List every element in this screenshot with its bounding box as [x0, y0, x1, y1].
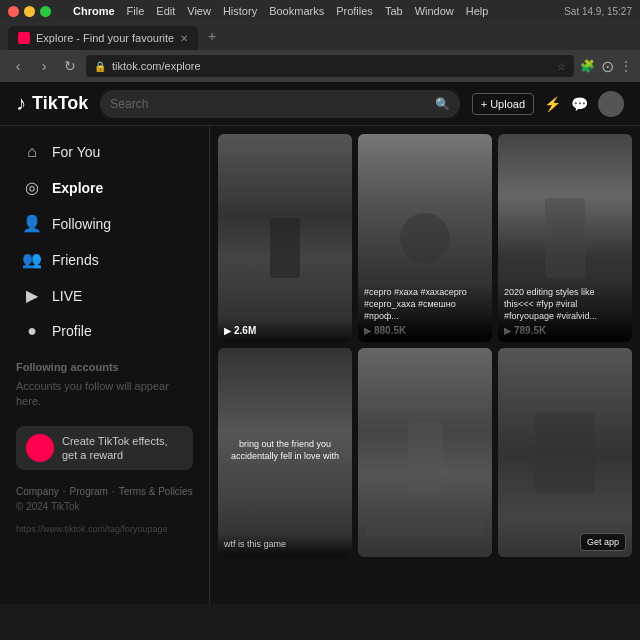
address-text: tiktok.com/explore: [112, 60, 551, 72]
following-accounts-desc: Accounts you follow will appear here.: [0, 377, 209, 418]
create-effects-icon: [26, 434, 54, 462]
macos-titlebar: Chrome File Edit View History Bookmarks …: [0, 0, 640, 22]
sidebar-item-following[interactable]: 👤 Following: [6, 206, 203, 241]
sidebar-footer: Company Program Terms & Policies © 2024 …: [0, 478, 209, 520]
status-url: https://www.tiktok.com/tag/foryoupage: [0, 520, 209, 538]
video-card-4[interactable]: bring out the friend you accidentally fe…: [218, 348, 352, 556]
bookmark-icon[interactable]: ☆: [557, 61, 566, 72]
upload-label: + Upload: [481, 98, 525, 110]
video-grid: ▶ 2.6M ▶ 880.5K: [218, 134, 632, 557]
nav-actions: 🧩 ⊙ ⋮: [580, 57, 632, 76]
macos-clock: Sat 14.9, 15:27: [564, 6, 632, 17]
upload-button[interactable]: + Upload: [472, 93, 534, 115]
tab-close-button[interactable]: ✕: [180, 33, 188, 44]
video-views-1: ▶ 2.6M: [224, 325, 346, 336]
footer-program[interactable]: Program: [70, 486, 115, 497]
sidebar-item-profile[interactable]: ● Profile: [6, 314, 203, 348]
sidebar-label-profile: Profile: [52, 323, 92, 339]
tiktok-logo-text: TikTok: [32, 93, 88, 114]
video-thumb-6: [498, 348, 632, 556]
following-icon: 👤: [22, 214, 42, 233]
menu-file[interactable]: File: [127, 5, 145, 17]
tiktok-logo[interactable]: ♪ TikTok: [16, 92, 88, 115]
following-accounts-title: Following accounts: [0, 349, 209, 377]
traffic-lights[interactable]: [8, 6, 51, 17]
video-desc-3: 2020 editing styles like this<<< #fyp #v…: [498, 283, 632, 342]
back-button[interactable]: ‹: [8, 58, 28, 74]
sidebar-label-for-you: For You: [52, 144, 100, 160]
sidebar-item-friends[interactable]: 👥 Friends: [6, 242, 203, 277]
video-card-5[interactable]: [358, 348, 492, 556]
filter-icon[interactable]: ⚡: [544, 96, 561, 112]
sidebar-label-live: LIVE: [52, 288, 82, 304]
menu-dots[interactable]: ⋮: [620, 59, 632, 73]
minimize-button[interactable]: [24, 6, 35, 17]
menu-tab[interactable]: Tab: [385, 5, 403, 17]
video-desc-4: wtf is this game: [224, 539, 346, 551]
sidebar-item-explore[interactable]: ◎ Explore: [6, 170, 203, 205]
sidebar-item-for-you[interactable]: ⌂ For You: [6, 135, 203, 169]
create-effects-button[interactable]: Create TikTok effects, get a reward: [16, 426, 193, 471]
sidebar-item-live[interactable]: ▶ LIVE: [6, 278, 203, 313]
video-thumb-5: [358, 348, 492, 556]
menu-window[interactable]: Window: [415, 5, 454, 17]
active-tab[interactable]: Explore - Find your favourite ✕: [8, 26, 198, 50]
sidebar-label-friends: Friends: [52, 252, 99, 268]
reload-button[interactable]: ↻: [60, 58, 80, 74]
address-bar[interactable]: 🔒 tiktok.com/explore ☆: [86, 55, 574, 77]
inbox-icon[interactable]: 💬: [571, 96, 588, 112]
maximize-button[interactable]: [40, 6, 51, 17]
play-icon-1: ▶: [224, 326, 231, 336]
tiktok-sidebar: ⌂ For You ◎ Explore 👤 Following 👥 Friend…: [0, 126, 210, 604]
user-avatar[interactable]: [598, 91, 624, 117]
tab-favicon: [18, 32, 30, 44]
menu-view[interactable]: View: [187, 5, 211, 17]
tiktok-main: ⌂ For You ◎ Explore 👤 Following 👥 Friend…: [0, 126, 640, 604]
search-icon: 🔍: [435, 97, 450, 111]
footer-copyright: © 2024 TikTok: [16, 501, 193, 512]
extensions-icon[interactable]: 🧩: [580, 59, 595, 73]
lock-icon: 🔒: [94, 61, 106, 72]
video-desc-2: #серго #хаха #хахасерго #серго_хаха #сме…: [358, 283, 492, 342]
tiktok-app: ♪ TikTok Search 🔍 + Upload ⚡ 💬 ⌂ For You…: [0, 82, 640, 604]
tab-bar: Explore - Find your favourite ✕ +: [0, 22, 640, 50]
tiktok-logo-icon: ♪: [16, 92, 26, 115]
tiktok-topbar: ♪ TikTok Search 🔍 + Upload ⚡ 💬: [0, 82, 640, 126]
search-bar[interactable]: Search 🔍: [100, 90, 459, 118]
video-card-3[interactable]: ▶ 789.5K 2020 editing styles like this<<…: [498, 134, 632, 342]
home-icon: ⌂: [22, 143, 42, 161]
video-overlay-1: ▶ 2.6M: [218, 319, 352, 342]
tab-title: Explore - Find your favourite: [36, 32, 174, 44]
friends-icon: 👥: [22, 250, 42, 269]
topbar-actions: + Upload ⚡ 💬: [472, 91, 624, 117]
close-button[interactable]: [8, 6, 19, 17]
footer-company[interactable]: Company: [16, 486, 66, 497]
sidebar-label-following: Following: [52, 216, 111, 232]
video-grid-container: ▶ 2.6M ▶ 880.5K: [210, 126, 640, 604]
profile-nav-icon: ●: [22, 322, 42, 340]
menu-help[interactable]: Help: [466, 5, 489, 17]
create-effects-text: Create TikTok effects, get a reward: [62, 434, 183, 463]
search-placeholder: Search: [110, 97, 428, 111]
video-card-2[interactable]: ▶ 880.5K #серго #хаха #хахасерго #серго_…: [358, 134, 492, 342]
macos-menu: Chrome File Edit View History Bookmarks …: [73, 5, 488, 17]
nav-bar: ‹ › ↻ 🔒 tiktok.com/explore ☆ 🧩 ⊙ ⋮: [0, 50, 640, 82]
menu-edit[interactable]: Edit: [156, 5, 175, 17]
footer-links: Company Program Terms & Policies: [16, 486, 193, 497]
menu-history[interactable]: History: [223, 5, 257, 17]
menu-profiles[interactable]: Profiles: [336, 5, 373, 17]
footer-terms[interactable]: Terms & Policies: [119, 486, 193, 497]
menu-chrome[interactable]: Chrome: [73, 5, 115, 17]
profile-icon[interactable]: ⊙: [601, 57, 614, 76]
explore-icon: ◎: [22, 178, 42, 197]
video-card-1[interactable]: ▶ 2.6M: [218, 134, 352, 342]
live-icon: ▶: [22, 286, 42, 305]
new-tab-button[interactable]: +: [202, 26, 222, 46]
get-app-badge[interactable]: Get app: [580, 533, 626, 551]
video-overlay-4: wtf is this game: [218, 533, 352, 557]
video-card-6[interactable]: Get app: [498, 348, 632, 556]
menu-bookmarks[interactable]: Bookmarks: [269, 5, 324, 17]
video-thumb-1: [218, 134, 352, 342]
forward-button[interactable]: ›: [34, 58, 54, 74]
video-text-overlay-4: bring out the friend you accidentally fe…: [218, 432, 352, 469]
